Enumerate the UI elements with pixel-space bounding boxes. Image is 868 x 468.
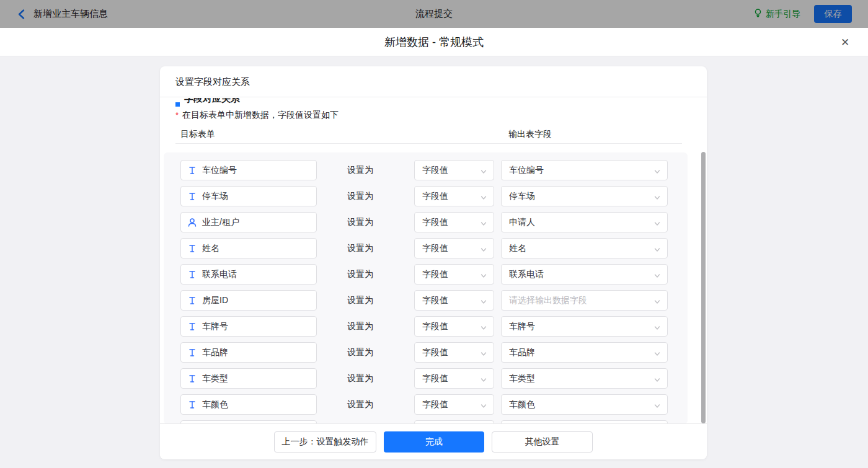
- text-field-icon: [187, 192, 197, 201]
- modal-title: 新增数据 - 常规模式: [0, 28, 868, 56]
- chevron-down-icon: [653, 219, 661, 226]
- column-header-target-form: 目标表单: [180, 129, 215, 140]
- chevron-down-icon: [653, 271, 661, 278]
- field-mapping-row: 车位编号 设置为 字段值 车位编号: [164, 160, 688, 180]
- value-mode-select[interactable]: 字段值: [414, 264, 494, 285]
- chevron-down-icon: [653, 401, 661, 408]
- set-as-label: 设置为: [347, 186, 373, 206]
- instruction-text: *在目标表单中新增数据，字段值设置如下: [175, 110, 339, 121]
- prev-step-button[interactable]: 上一步：设置触发动作: [274, 431, 376, 453]
- scrollable-content[interactable]: 字段对应关系 *在目标表单中新增数据，字段值设置如下 目标表单 输出表字段 车位…: [160, 98, 707, 423]
- chevron-down-icon: [653, 245, 661, 252]
- target-field-input[interactable]: 姓名: [180, 238, 317, 258]
- text-field-icon: [187, 244, 197, 254]
- target-field-input[interactable]: 车颜色: [180, 394, 317, 415]
- chevron-down-icon: [653, 323, 661, 330]
- target-field-input[interactable]: 车位编号: [180, 160, 317, 180]
- field-mapping-row: 停车场 设置为 字段值 停车场: [164, 186, 688, 206]
- target-field-input[interactable]: 业主/租户: [180, 212, 317, 232]
- output-field-select[interactable]: 车位编号: [501, 160, 668, 180]
- done-button[interactable]: 完成: [384, 431, 484, 453]
- value-mode-select[interactable]: 字段值: [414, 342, 494, 363]
- rows-container: 车位编号 设置为 字段值 车位编号 停车场 设置为 字段值: [164, 152, 688, 423]
- column-header-output-fields: 输出表字段: [508, 129, 552, 140]
- chevron-down-icon: [480, 297, 487, 304]
- guide-label: 新手引导: [766, 9, 800, 20]
- set-as-label: 设置为: [347, 368, 373, 389]
- output-field-select[interactable]: 请选择输出数据字段: [501, 290, 668, 311]
- set-as-label: 设置为: [347, 160, 373, 180]
- chevron-down-icon: [480, 401, 487, 408]
- target-field-input[interactable]: 停车场: [180, 186, 317, 206]
- close-icon[interactable]: ✕: [838, 35, 852, 49]
- vertical-scrollbar-thumb[interactable]: [701, 152, 706, 423]
- chevron-down-icon: [653, 349, 661, 356]
- output-field-select[interactable]: 申请人: [501, 212, 668, 232]
- other-settings-button[interactable]: 其他设置: [492, 431, 593, 453]
- field-mapping-row: 房屋ID 设置为 字段值 请选择输出数据字段: [164, 290, 688, 311]
- set-as-label: 设置为: [347, 238, 373, 258]
- output-field-select[interactable]: 姓名: [501, 238, 668, 258]
- field-mapping-row: 业主/租户 设置为 字段值 申请人: [164, 212, 688, 232]
- clipped-section-heading: 字段对应关系: [175, 98, 337, 107]
- modal-header: 新增数据 - 常规模式 ✕: [0, 28, 868, 56]
- target-field-input[interactable]: 联系电话: [180, 264, 317, 285]
- text-field-icon: [187, 166, 197, 175]
- chevron-down-icon: [653, 193, 661, 200]
- field-mapping-row: 联系电话 设置为 字段值 联系电话: [164, 264, 688, 285]
- node-title: 流程提交: [0, 8, 868, 20]
- target-field-input[interactable]: 车品牌: [180, 342, 317, 363]
- output-field-select[interactable]: 车类型: [501, 368, 668, 389]
- top-bar: 新增业主车辆信息 流程提交 新手引导 保存: [0, 0, 868, 28]
- field-mapping-row: 车类型 设置为 字段值 车类型: [164, 368, 688, 389]
- target-field-input[interactable]: 车牌号: [180, 316, 317, 337]
- column-divider: [175, 143, 682, 144]
- text-field-icon: [187, 296, 197, 306]
- set-as-label: 设置为: [347, 290, 373, 311]
- set-as-label: 设置为: [347, 212, 373, 232]
- chevron-down-icon: [653, 167, 661, 174]
- field-mapping-row: 车牌号 设置为 字段值 车牌号: [164, 316, 688, 337]
- value-mode-select[interactable]: 字段值: [414, 186, 494, 206]
- value-mode-select[interactable]: 字段值: [414, 238, 494, 258]
- field-mapping-row: 姓名 设置为 字段值 姓名: [164, 238, 688, 258]
- value-mode-select[interactable]: 字段值: [414, 290, 494, 311]
- lightbulb-icon: [753, 8, 763, 20]
- target-field-input[interactable]: 车类型: [180, 368, 317, 389]
- card-title: 设置字段对应关系: [160, 66, 707, 97]
- chevron-down-icon: [480, 193, 487, 200]
- output-field-select[interactable]: 车颜色: [501, 394, 668, 415]
- required-asterisk: *: [175, 110, 179, 120]
- output-field-select[interactable]: 联系电话: [501, 264, 668, 285]
- text-field-icon: [187, 374, 197, 384]
- chevron-down-icon: [480, 323, 487, 330]
- set-as-label: 设置为: [347, 342, 373, 363]
- text-field-icon: [187, 322, 197, 332]
- text-field-icon: [187, 348, 197, 358]
- value-mode-select[interactable]: 字段值: [414, 368, 494, 389]
- target-field-input[interactable]: 房屋ID: [180, 290, 317, 311]
- save-button[interactable]: 保存: [814, 5, 852, 23]
- value-mode-select[interactable]: 字段值: [414, 160, 494, 180]
- value-mode-select[interactable]: 字段值: [414, 316, 494, 337]
- chevron-down-icon: [480, 245, 487, 252]
- card-footer: 上一步：设置触发动作 完成 其他设置: [160, 423, 707, 459]
- member-field-icon: [187, 218, 197, 227]
- set-as-label: 设置为: [347, 264, 373, 285]
- text-field-icon: [187, 400, 197, 410]
- output-field-select[interactable]: 车品牌: [501, 342, 668, 363]
- field-mapping-row: 车颜色 设置为 字段值 车颜色: [164, 394, 688, 415]
- value-mode-select[interactable]: 字段值: [414, 212, 494, 232]
- beginner-guide-link[interactable]: 新手引导: [753, 8, 800, 20]
- field-mapping-row: 车品牌 设置为 字段值 车品牌: [164, 342, 688, 363]
- section-bullet: [175, 102, 180, 107]
- chevron-down-icon: [480, 167, 487, 174]
- chevron-down-icon: [480, 219, 487, 226]
- output-field-select[interactable]: 车牌号: [501, 316, 668, 337]
- set-as-label: 设置为: [347, 394, 373, 415]
- output-field-select[interactable]: 停车场: [501, 186, 668, 206]
- chevron-down-icon: [480, 271, 487, 278]
- chevron-down-icon: [480, 375, 487, 382]
- value-mode-select[interactable]: 字段值: [414, 394, 494, 415]
- field-mapping-card: 设置字段对应关系 字段对应关系 *在目标表单中新增数据，字段值设置如下 目标表单…: [160, 66, 707, 459]
